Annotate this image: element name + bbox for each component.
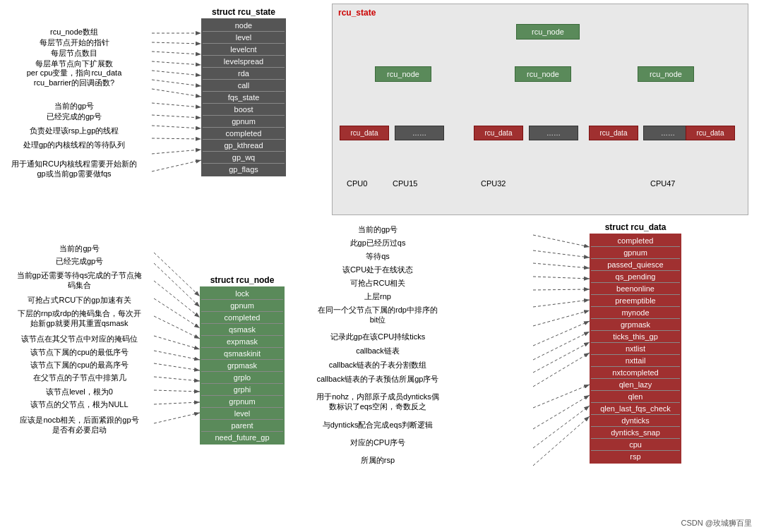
cpu-label-15: CPU15: [393, 179, 417, 188]
label-completed-gp: 已经完成的gp号: [4, 111, 145, 122]
mid-label-cpu-num: 对应的CPU序号: [304, 437, 452, 448]
svg-line-6: [152, 71, 201, 75]
svg-line-25: [154, 402, 200, 404]
svg-line-23: [154, 377, 200, 381]
label-grphi: 该节点下属的cpu的最高序号: [4, 360, 155, 370]
field-qlen-lazy: qlen_lazy: [591, 379, 680, 391]
field-gp-flags: gp_flags: [203, 164, 285, 175]
label-qs-pending-nodes: 当前gp还需要等待qs完成的子节点掩码集合: [4, 270, 155, 291]
label-grpnum-rank: 在父节点的子节点中排第几: [4, 373, 155, 383]
tree-leaf-rcu-data-1: rcu_data: [474, 126, 523, 140]
svg-line-26: [154, 413, 200, 423]
svg-line-39: [533, 395, 590, 429]
watermark: CSDN @玫城狮百里: [681, 518, 752, 528]
mid-label-upper-rnp: 上层rnp: [304, 291, 452, 302]
field-gpnum: gpnum: [203, 116, 285, 128]
svg-line-17: [154, 281, 200, 318]
field-lock: lock: [201, 288, 283, 300]
field-call: call: [203, 80, 285, 92]
tree-rcu-state-label: rcu_state: [338, 8, 376, 18]
mid-label-callback-gp: callback链表的子表预估所属gp序号: [304, 374, 452, 385]
mid-label-current-gp: 当前的gp号: [304, 224, 452, 235]
label-layer-count: 每层节点数目: [4, 48, 145, 59]
field-dynticks: dynticks: [591, 415, 680, 427]
mid-label-wait-qs: 等待qs: [304, 251, 452, 262]
field-gp-kthread: gp_kthread: [203, 140, 285, 152]
svg-line-31: [533, 289, 590, 290]
svg-line-38: [533, 385, 590, 408]
label-preempt-boost: 可抢占式RCU下的gp加速有关: [4, 295, 155, 306]
label-per-cpu: per cpu变量，指向rcu_data: [4, 68, 145, 78]
field-nxttail: nxttail: [591, 355, 680, 367]
svg-line-41: [533, 416, 590, 466]
label-gp-thread: 负责处理该rsp上gp的线程: [4, 126, 145, 136]
field-dynticks-snap: dynticks_snap: [591, 427, 680, 439]
field-parent: parent: [201, 420, 283, 432]
svg-line-40: [533, 406, 590, 448]
field-rda: rda: [203, 68, 285, 80]
struct-rcu-state-container: struct rcu_state node level levelcnt lev…: [201, 7, 286, 176]
svg-line-9: [152, 103, 201, 107]
svg-line-28: [533, 250, 590, 258]
mid-label-cpu-online: 该CPU处于在线状态: [304, 265, 452, 275]
label-completed-gp-node: 已经完成gp号: [4, 256, 155, 267]
field-cpu: cpu: [591, 439, 680, 451]
field-levelspread: levelspread: [203, 56, 285, 68]
label-layer-pointer: 每层节点开始的指针: [4, 37, 145, 48]
svg-line-11: [152, 126, 201, 128]
mid-label-callback-list: callback链表: [304, 346, 452, 356]
field-grpnum: grpnum: [201, 396, 283, 408]
mid-label-preempt-rcu: 可抢占RCU相关: [304, 278, 452, 289]
field-mynode: mynode: [591, 307, 680, 319]
field-nxtcompleted: nxtcompleted: [591, 367, 680, 379]
tree-leaf-dots-1: ……: [529, 126, 578, 140]
svg-line-5: [152, 61, 201, 65]
svg-line-20: [154, 336, 200, 349]
struct-rcu-state-title: struct rcu_state: [201, 7, 286, 17]
svg-line-19: [154, 316, 200, 339]
label-level-zero: 该节点level，根为0: [4, 387, 155, 397]
svg-line-32: [533, 300, 590, 307]
struct-rcu-node-container: struct rcu_node lock gpnum completed qsm…: [200, 275, 285, 445]
svg-line-30: [533, 277, 590, 279]
label-current-gp: 当前的gp号: [4, 101, 145, 111]
cpu-label-47: CPU47: [650, 179, 675, 188]
svg-line-3: [152, 42, 201, 44]
mid-label-dynticks-eqs: 与dynticks配合完成eqs判断逻辑: [304, 420, 452, 430]
field-gp-wq: gp_wq: [203, 152, 285, 164]
label-rdp-qsmask: 下层的rnp或rdp的掩码集合，每次开始新gp就要用其重置qsmask: [4, 308, 155, 329]
mid-label-nohz-dynticks: 用于nohz，内部原子成员dynticks偶数标识了eqs空闲，奇数反之: [304, 392, 452, 412]
tree-leaf-rcu-data-2: rcu_data: [589, 126, 638, 140]
label-current-gp-node: 当前的gp号: [4, 243, 155, 254]
svg-line-7: [152, 80, 201, 86]
label-grpmask-parent: 该节点在其父节点中对应的掩码位: [4, 334, 155, 344]
tree-leaf-rcu-data-0: rcu_data: [340, 126, 389, 140]
tree-node-l2-0: rcu_node: [375, 66, 431, 82]
label-grplo: 该节点下属的cpu的最低序号: [4, 347, 155, 358]
field-preemptible: preemptible: [591, 295, 680, 307]
field-grplo: grplo: [201, 372, 283, 384]
field-qs-pending: qs_pending: [591, 271, 680, 283]
field-node: node: [203, 20, 285, 32]
field-gpnum-data: gpnum: [591, 247, 680, 259]
field-grpmask-data: grpmask: [591, 319, 680, 331]
svg-line-21: [154, 351, 200, 360]
field-rsp: rsp: [591, 451, 680, 462]
svg-line-18: [154, 298, 200, 328]
struct-rcu-data-title: struct rcu_data: [590, 222, 681, 232]
cpu-label-32: CPU32: [481, 179, 506, 188]
field-qlen: qlen: [591, 391, 680, 403]
field-need-future-gp: need_future_gp: [201, 432, 283, 443]
svg-line-33: [533, 310, 590, 326]
field-levelcnt: levelcnt: [203, 44, 285, 56]
label-barrier-callback: rcu_barrier的回调函数?: [4, 78, 145, 88]
field-qsmaskinit: qsmaskinit: [201, 348, 283, 360]
svg-line-13: [152, 150, 201, 154]
label-parent-null: 该节点的父节点，根为NULL: [4, 399, 155, 410]
field-completed-data: completed: [591, 235, 680, 247]
tree-area: rcu_state rcu_node rcu_node rcu_node rcu…: [332, 4, 748, 215]
svg-line-12: [152, 138, 201, 139]
tree-node-l2-2: rcu_node: [638, 66, 694, 82]
svg-line-16: [154, 263, 200, 307]
svg-line-34: [533, 321, 590, 346]
